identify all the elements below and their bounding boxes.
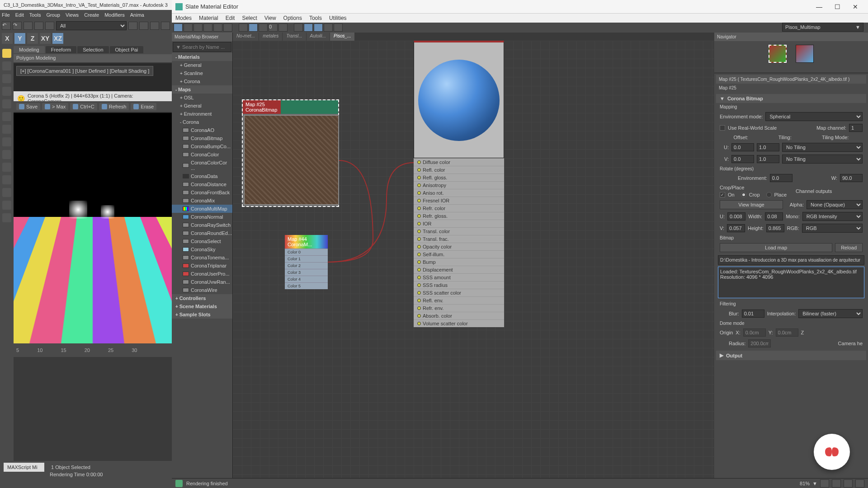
link-button[interactable]	[24, 22, 33, 30]
tool-icon-6[interactable]	[2, 125, 11, 134]
corona-data[interactable]: CoronaData	[172, 172, 232, 180]
minimize-button[interactable]: —	[810, 0, 828, 14]
menu-views[interactable]: Views	[66, 12, 79, 18]
tree-mat-corona[interactable]: + Corona	[172, 77, 232, 85]
tool-4[interactable]	[203, 23, 212, 32]
pick-tool[interactable]	[184, 23, 193, 32]
param-refl-color[interactable]: Refl. color	[414, 166, 504, 174]
tool-15[interactable]	[324, 23, 333, 32]
select-name-button[interactable]	[139, 22, 148, 30]
u-tiling-mode[interactable]: No Tiling	[782, 143, 863, 152]
menu-material[interactable]: Material	[199, 15, 218, 21]
corona-bumpco[interactable]: CoronaBumpCo...	[172, 142, 232, 150]
tool-6[interactable]	[223, 23, 232, 32]
corona-ao[interactable]: CoronaAO	[172, 126, 232, 134]
bitmap-node-header[interactable]: Map #25 CoronaBitmap	[243, 100, 338, 114]
tool-11[interactable]	[278, 23, 288, 32]
crop-height[interactable]	[766, 224, 784, 232]
param-diffuse[interactable]: Diffuse color	[414, 158, 504, 166]
tool-9[interactable]	[259, 23, 268, 32]
v-offset[interactable]	[731, 155, 754, 163]
material-preview[interactable]	[414, 41, 504, 158]
tree-environment[interactable]: + Environment	[172, 110, 232, 118]
menu-tools-slate[interactable]: Tools	[309, 15, 322, 21]
maxscript-listener[interactable]: MAXScript Mi	[4, 463, 44, 472]
max-button[interactable]: > Max	[42, 103, 68, 110]
menu-group[interactable]: Group	[46, 12, 60, 18]
crop-u[interactable]	[727, 212, 745, 221]
menu-utilities[interactable]: Utilities	[329, 15, 347, 21]
zoom-extents[interactable]	[844, 479, 853, 488]
menu-edit[interactable]: Edit	[15, 12, 24, 18]
param-sss-scatter[interactable]: SSS scatter color	[414, 289, 504, 296]
tree-sample-slots[interactable]: + Sample Slots	[172, 310, 232, 319]
corona-colorcor[interactable]: CoronaColorCor ...	[172, 159, 232, 172]
multi-color-3[interactable]: Color 3	[285, 269, 328, 276]
viewport[interactable]: [+] [CoronaCamera001 ] [User Defined ] […	[14, 63, 172, 343]
param-displacement[interactable]: Displacement	[414, 266, 504, 273]
refresh-button[interactable]: Refresh	[99, 103, 129, 110]
menu-modes[interactable]: Modes	[175, 15, 192, 21]
alpha-select[interactable]: None (Opaque)	[807, 200, 863, 209]
tool-14[interactable]	[314, 23, 323, 32]
vtab-pisos[interactable]: Pisos_...	[330, 33, 354, 41]
vtab-nomet[interactable]: No-met...	[233, 33, 259, 41]
tool-icon-3[interactable]	[2, 87, 11, 96]
param-refr-gloss[interactable]: Refr. gloss.	[414, 212, 504, 220]
zoom-tool[interactable]	[832, 479, 841, 488]
section-output[interactable]: ▶ Output	[716, 351, 866, 360]
tool-5[interactable]	[213, 23, 222, 32]
u-tiling[interactable]	[757, 143, 779, 151]
view-image-button[interactable]: View Image	[720, 200, 783, 209]
corona-rayswitch[interactable]: CoronaRaySwitch	[172, 221, 232, 229]
corona-bitmap[interactable]: CoronaBitmap	[172, 134, 232, 142]
menu-animation[interactable]: Anima	[130, 12, 144, 18]
menu-tools[interactable]: Tools	[29, 12, 41, 18]
corona-select[interactable]: CoronaSelect	[172, 237, 232, 245]
mono-select[interactable]: RGB Intensity	[802, 212, 863, 221]
tree-mat-scanline[interactable]: + Scanline	[172, 69, 232, 77]
menu-options[interactable]: Options	[283, 15, 302, 21]
tab-freeform[interactable]: Freeform	[46, 46, 77, 53]
tool-7[interactable]	[239, 23, 248, 32]
browser-search[interactable]: ▼ Search by Name ...	[173, 42, 231, 52]
multimap-node[interactable]: Map #44 CoronaM... Color 0 Color 1 Color…	[285, 235, 328, 289]
menu-file[interactable]: File	[2, 12, 10, 18]
ctrlc-button[interactable]: Ctrl+C	[70, 103, 97, 110]
param-sss-radius[interactable]: SSS radius	[414, 281, 504, 289]
param-volume-scatter[interactable]: Volume scatter color	[414, 319, 504, 327]
corona-rounded[interactable]: CoronaRoundEd...	[172, 229, 232, 237]
erase-button[interactable]: Erase	[131, 103, 156, 110]
tree-general[interactable]: + General	[172, 102, 232, 110]
param-transl-color[interactable]: Transl. color	[414, 227, 504, 235]
coord-xy[interactable]: XY	[40, 33, 51, 44]
coord-z[interactable]: Z	[27, 33, 38, 44]
tree-materials[interactable]: - Materials	[172, 53, 232, 61]
param-refl-env[interactable]: Refl. env.	[414, 296, 504, 304]
v-tiling-mode[interactable]: No Tiling	[782, 155, 863, 164]
save-button[interactable]: Save	[16, 103, 40, 110]
param-self-illum[interactable]: Self-illum.	[414, 250, 504, 258]
tree-controllers[interactable]: + Controllers	[172, 294, 232, 302]
navigator-preview[interactable]	[714, 41, 868, 66]
corona-frontback[interactable]: CoronaFrontBack	[172, 188, 232, 197]
material-preset-dropdown[interactable]: Pisos_Multimap▼	[782, 23, 863, 32]
tree-corona[interactable]: - Corona	[172, 118, 232, 126]
menu-edit-slate[interactable]: Edit	[226, 15, 235, 21]
crop-radio[interactable]	[741, 192, 746, 197]
tool-13[interactable]	[304, 23, 313, 32]
vtab-autoili[interactable]: Autoili...	[307, 33, 330, 41]
param-bump[interactable]: Bump	[414, 258, 504, 266]
param-sss-amount[interactable]: SSS amount	[414, 273, 504, 281]
multi-color-5[interactable]: Color 5	[285, 282, 328, 289]
param-fresnel-ior[interactable]: Fresnel IOR	[414, 197, 504, 204]
node-canvas[interactable]: Map #25 CoronaBitmap Map #44 CoronaM... …	[233, 41, 714, 478]
bitmap-node[interactable]: Map #25 CoronaBitmap	[242, 99, 339, 207]
light-icon[interactable]	[2, 49, 11, 58]
vtab-transl[interactable]: Transl...	[283, 33, 306, 41]
env-mode-select[interactable]: Spherical	[765, 112, 863, 121]
param-absorb[interactable]: Absorb. color	[414, 312, 504, 319]
tool-10[interactable]: 0	[269, 23, 278, 32]
crop-v[interactable]	[727, 224, 745, 232]
unlink-button[interactable]	[34, 22, 43, 30]
